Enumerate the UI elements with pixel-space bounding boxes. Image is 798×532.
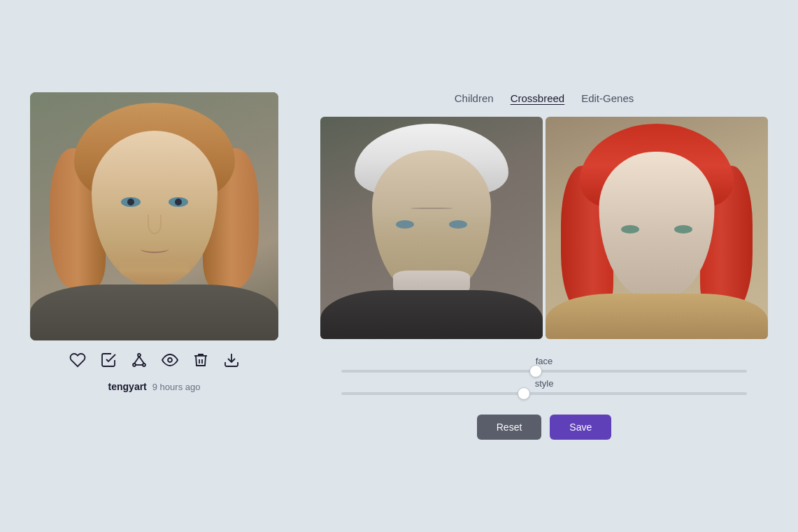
svg-point-6 bbox=[168, 358, 172, 362]
svg-line-3 bbox=[134, 357, 139, 364]
trash-icon bbox=[192, 352, 209, 368]
redhair-eye-right bbox=[674, 225, 692, 233]
buttons-row: Reset Save bbox=[477, 415, 612, 440]
portrait-eyes bbox=[121, 197, 188, 207]
old-man-eye-left bbox=[396, 220, 414, 229]
check-circle-icon bbox=[100, 352, 117, 368]
style-slider-track[interactable] bbox=[341, 392, 747, 395]
old-man-clothing bbox=[320, 290, 543, 339]
portrait-beard bbox=[120, 260, 190, 281]
svg-point-0 bbox=[138, 354, 141, 357]
svg-line-4 bbox=[139, 357, 144, 364]
face-slider-block: face bbox=[341, 356, 747, 373]
style-slider-thumb[interactable] bbox=[518, 387, 530, 400]
portrait-eye-left bbox=[121, 197, 141, 207]
portrait-mouth bbox=[141, 245, 169, 253]
timestamp: 9 hours ago bbox=[152, 382, 201, 392]
trash-button[interactable] bbox=[192, 352, 209, 368]
right-panel: Children Crossbreed Edit-Genes bbox=[320, 92, 768, 440]
heart-icon bbox=[69, 352, 86, 368]
style-slider-label: style bbox=[341, 378, 747, 389]
old-man-eye-right bbox=[449, 220, 467, 229]
tab-children[interactable]: Children bbox=[455, 92, 494, 106]
svg-point-1 bbox=[133, 364, 136, 366]
face-slider-track[interactable] bbox=[341, 370, 747, 373]
download-button[interactable] bbox=[223, 352, 240, 368]
user-info: tengyart 9 hours ago bbox=[108, 381, 201, 392]
redhair-clothing bbox=[546, 294, 768, 339]
face-slider-thumb[interactable] bbox=[529, 365, 542, 378]
like-button[interactable] bbox=[69, 352, 86, 368]
images-row bbox=[320, 117, 768, 339]
main-container: tengyart 9 hours ago Children Crossbreed… bbox=[16, 78, 782, 454]
save-button[interactable]: Save bbox=[550, 415, 611, 440]
portrait-clothing bbox=[30, 285, 278, 340]
tab-crossbreed[interactable]: Crossbreed bbox=[511, 92, 565, 106]
eye-button[interactable] bbox=[162, 352, 178, 368]
left-panel: tengyart 9 hours ago bbox=[30, 92, 278, 392]
style-slider-block: style bbox=[341, 378, 747, 395]
svg-point-2 bbox=[143, 364, 145, 366]
network-button[interactable] bbox=[131, 352, 148, 368]
redhair-eye-left bbox=[621, 225, 639, 233]
portrait-image bbox=[30, 92, 278, 340]
old-man-portrait bbox=[320, 117, 543, 339]
portrait-nose bbox=[148, 215, 162, 234]
face-slider-label: face bbox=[341, 356, 747, 366]
check-button[interactable] bbox=[100, 352, 117, 368]
tabs: Children Crossbreed Edit-Genes bbox=[455, 92, 634, 106]
tab-edit-genes[interactable]: Edit-Genes bbox=[581, 92, 634, 106]
action-bar bbox=[69, 349, 240, 371]
download-icon bbox=[223, 352, 240, 368]
username: tengyart bbox=[108, 381, 147, 392]
reset-button[interactable]: Reset bbox=[477, 415, 542, 440]
eye-icon bbox=[162, 352, 178, 368]
portrait-eye-right bbox=[169, 197, 188, 207]
network-icon bbox=[131, 352, 148, 368]
sliders-section: face style Reset Save bbox=[341, 356, 747, 440]
old-man-wrinkle bbox=[411, 208, 453, 209]
redhair-portrait bbox=[546, 117, 768, 339]
